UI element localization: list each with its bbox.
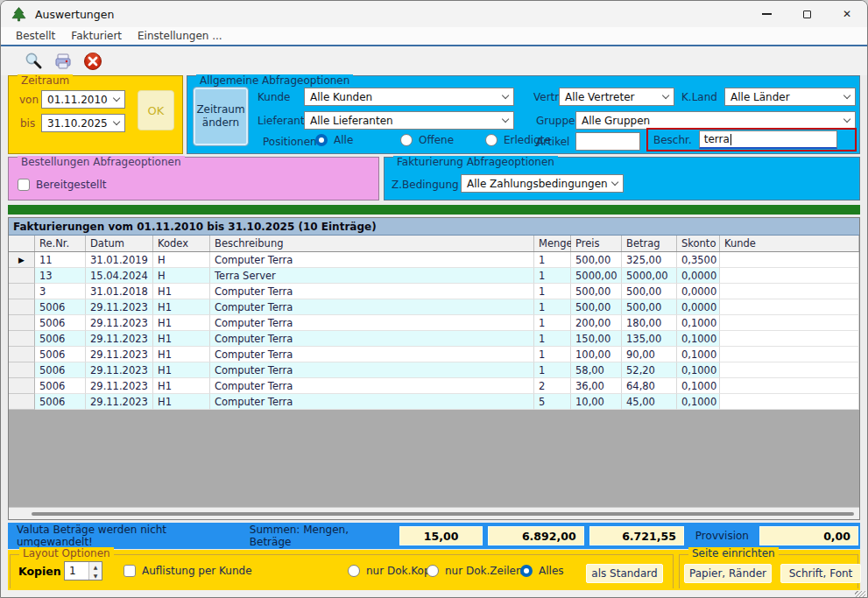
zbedingung-select[interactable]: Alle Zahlungsbedingungen — [461, 174, 624, 193]
close-red-icon[interactable] — [83, 52, 102, 71]
positionen-label: Positionen — [263, 136, 317, 148]
search-icon[interactable] — [24, 52, 43, 71]
fakturierung-panel-title: Fakturierung Abfrageoptionen — [393, 156, 558, 168]
resize-grip-icon[interactable] — [855, 591, 865, 598]
radio-nur-dok-zeilen[interactable]: nur Dok.Zeilen — [427, 565, 523, 577]
zeitraum-panel: Zeitraum von 01.11.2010 bis 31.10.2025 O… — [8, 75, 183, 154]
column-header[interactable]: Preis — [571, 236, 622, 251]
als-standard-button[interactable]: als Standard — [586, 564, 663, 583]
table-cell: 11 — [35, 252, 86, 268]
kopien-stepper[interactable]: 1 ▲ ▼ — [64, 561, 102, 580]
row-selector[interactable] — [9, 299, 35, 315]
minimize-button[interactable] — [746, 1, 787, 27]
table-row[interactable]: 500629.11.2023H1Computer Terra236,0064,8… — [9, 378, 859, 394]
radio-nur-dok-kopf[interactable]: nur Dok.Kopf — [348, 565, 434, 577]
column-header[interactable]: Skonto — [677, 236, 720, 251]
table-cell: 0,1000 — [677, 315, 720, 331]
column-header[interactable]: Beschreibung — [210, 236, 534, 251]
table-cell: Computer Terra — [210, 362, 534, 378]
menu-bestellt[interactable]: Bestellt — [8, 28, 63, 44]
auflistung-checkbox[interactable]: Auflistung per Kunde — [123, 565, 252, 577]
table-cell — [720, 331, 859, 347]
row-selector[interactable]: ▶ — [9, 252, 35, 268]
table-row[interactable]: 500629.11.2023H1Computer Terra1500,00500… — [9, 299, 859, 315]
von-date-input[interactable]: 01.11.2010 — [41, 90, 125, 109]
radio-offene[interactable]: Offene — [400, 134, 454, 146]
column-header[interactable]: Kodex — [153, 236, 210, 251]
maximize-button[interactable] — [787, 1, 827, 27]
provvision-label: Provvision — [695, 530, 749, 542]
table-cell — [720, 284, 859, 299]
column-header[interactable]: Datum — [86, 236, 153, 251]
table-row[interactable]: 500629.11.2023H1Computer Terra510,0045,0… — [9, 394, 859, 410]
table-cell: 1 — [534, 331, 571, 347]
table-row[interactable]: 500629.11.2023H1Computer Terra1200,00180… — [9, 315, 859, 331]
gruppe-select[interactable]: Alle Gruppen — [575, 111, 856, 130]
bereitgestellt-checkbox[interactable]: Bereitgestellt — [18, 179, 106, 191]
netto-total-box: 6.721,55 — [589, 526, 684, 545]
beschr-input[interactable]: terra — [699, 130, 837, 149]
column-header[interactable]: Kunde — [720, 236, 859, 251]
ok-button[interactable]: OK — [138, 90, 174, 130]
lieferant-value: Alle Lieferanten — [310, 115, 393, 127]
radio-alle[interactable]: Alle — [315, 134, 353, 146]
zeitraum-aendern-button[interactable]: Zeitraum ändern — [194, 88, 248, 145]
row-selector[interactable] — [9, 331, 35, 347]
table-row[interactable]: ▶1131.01.2019HComputer Terra1500,00325,0… — [9, 252, 859, 268]
artikel-input[interactable] — [575, 132, 640, 151]
table-cell: 325,00 — [622, 252, 677, 268]
lieferant-select[interactable]: Alle Lieferanten — [304, 111, 514, 130]
table-cell: H — [153, 252, 210, 268]
kunde-select[interactable]: Alle Kunden — [304, 88, 514, 106]
menu-fakturiert[interactable]: Fakturiert — [63, 28, 130, 44]
menu-einstellungen[interactable]: Einstellungen ... — [130, 28, 230, 44]
row-selector[interactable] — [9, 268, 35, 284]
minimize-icon — [762, 13, 772, 15]
menge-total-box: 15,00 — [399, 526, 483, 545]
status-bar — [1, 590, 867, 598]
row-selector[interactable] — [9, 362, 35, 378]
table-row[interactable]: 500629.11.2023H1Computer Terra1150,00135… — [9, 331, 859, 347]
row-selector[interactable] — [9, 284, 35, 299]
row-selector[interactable] — [9, 378, 35, 394]
bis-date-input[interactable]: 31.10.2025 — [41, 114, 125, 132]
table-cell — [720, 299, 859, 315]
column-header[interactable]: Betrag — [622, 236, 677, 251]
bestellungen-panel-title: Bestellungen Abfrageoptionen — [18, 156, 185, 168]
bereitgestellt-label: Bereitgestellt — [36, 179, 106, 191]
print-icon[interactable] — [53, 52, 73, 71]
table-cell: 500,00 — [622, 299, 677, 315]
stepper-arrows: ▲ ▼ — [88, 562, 102, 580]
provvision-box: 0,00 — [759, 526, 858, 545]
table-cell: 15.04.2024 — [86, 268, 153, 284]
row-selector[interactable] — [9, 394, 35, 410]
table-row[interactable]: 500629.11.2023H1Computer Terra158,0052,2… — [9, 362, 859, 378]
chevron-down-icon — [662, 92, 670, 100]
table-row[interactable]: 1315.04.2024HTerra Server15000,005000,00… — [9, 268, 859, 284]
kunde-value: Alle Kunden — [310, 91, 372, 103]
schrift-font-button[interactable]: Schrift, Font — [780, 564, 861, 583]
row-selector[interactable] — [9, 347, 35, 362]
table-row[interactable]: 500629.11.2023H1Computer Terra1100,0090,… — [9, 347, 859, 362]
table-cell: 5000,00 — [571, 268, 622, 284]
column-header[interactable]: Re.Nr. — [35, 236, 86, 251]
radio-alles[interactable]: Alles — [520, 565, 564, 577]
row-selector[interactable] — [9, 315, 35, 331]
vertreter-select[interactable]: Alle Vertreter — [559, 88, 674, 106]
scrollbar-thumb[interactable] — [32, 512, 854, 516]
stepper-down-icon[interactable]: ▼ — [89, 571, 102, 580]
table-row[interactable]: 331.01.2018H1Computer Terra1500,00500,00… — [9, 284, 859, 299]
table-cell: 1 — [534, 315, 571, 331]
close-icon: ✕ — [843, 8, 851, 20]
von-date-value: 01.11.2010 — [47, 94, 108, 106]
table-cell: Computer Terra — [210, 394, 534, 410]
table-cell: Computer Terra — [210, 299, 534, 315]
column-header[interactable]: Menge — [534, 236, 571, 251]
kland-select[interactable]: Alle Länder — [724, 88, 856, 106]
kunde-label: Kunde — [258, 91, 290, 103]
close-button[interactable]: ✕ — [827, 1, 867, 27]
stepper-up-icon[interactable]: ▲ — [89, 562, 102, 571]
horizontal-scrollbar[interactable] — [9, 507, 859, 519]
table-cell: 90,00 — [622, 347, 677, 362]
papier-raender-button[interactable]: Papier, Ränder — [684, 564, 772, 583]
